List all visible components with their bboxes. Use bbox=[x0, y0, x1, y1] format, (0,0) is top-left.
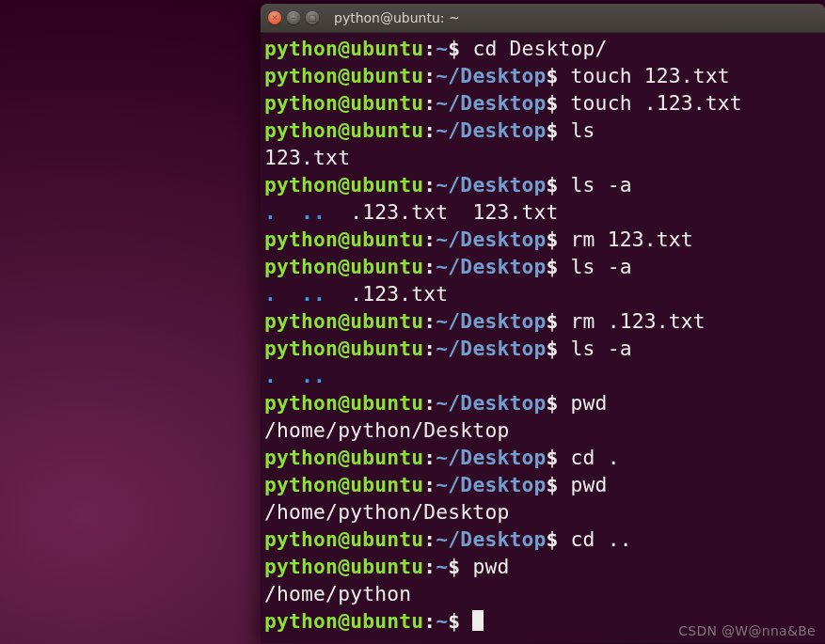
prompt-command: rm 123.txt bbox=[571, 228, 693, 251]
terminal-prompt-line: python@ubuntu:~/Desktop$ ls -a bbox=[264, 171, 821, 198]
desktop-background: ✕ – □ python@ubuntu: ~ python@ubuntu:~$ … bbox=[0, 0, 825, 644]
prompt-dollar: $ bbox=[547, 309, 571, 333]
prompt-user-host: python@ubuntu bbox=[264, 255, 423, 278]
terminal-ls-output: . .. .123.txt bbox=[264, 280, 821, 307]
prompt-command: ls -a bbox=[571, 255, 632, 278]
window-titlebar[interactable]: ✕ – □ python@ubuntu: ~ bbox=[261, 4, 825, 33]
prompt-colon: : bbox=[423, 527, 436, 551]
prompt-user-host: python@ubuntu bbox=[264, 228, 423, 251]
prompt-path: ~/Desktop bbox=[436, 309, 546, 333]
terminal-prompt-line: python@ubuntu:~/Desktop$ ls -a bbox=[264, 253, 821, 280]
prompt-user-host: python@ubuntu bbox=[264, 337, 423, 360]
prompt-dollar: $ bbox=[547, 64, 571, 87]
prompt-dollar: $ bbox=[547, 527, 571, 551]
prompt-dollar: $ bbox=[547, 228, 571, 251]
prompt-dollar: $ bbox=[448, 555, 472, 578]
prompt-dollar: $ bbox=[547, 255, 571, 278]
prompt-user-host: python@ubuntu bbox=[264, 37, 423, 60]
prompt-user-host: python@ubuntu bbox=[264, 173, 423, 196]
prompt-colon: : bbox=[423, 446, 436, 469]
prompt-user-host: python@ubuntu bbox=[264, 527, 423, 551]
prompt-colon: : bbox=[423, 64, 436, 87]
terminal-prompt-line: python@ubuntu:~/Desktop$ touch 123.txt bbox=[264, 62, 821, 89]
terminal-window: ✕ – □ python@ubuntu: ~ python@ubuntu:~$ … bbox=[261, 4, 825, 643]
prompt-dollar: $ bbox=[547, 118, 571, 142]
prompt-path: ~ bbox=[436, 555, 448, 578]
prompt-path: ~/Desktop bbox=[436, 446, 546, 469]
prompt-dollar: $ bbox=[547, 91, 571, 115]
file-entry: 123.txt bbox=[472, 200, 558, 224]
prompt-dollar: $ bbox=[547, 173, 571, 196]
directory-entry: . bbox=[264, 200, 277, 224]
prompt-dollar: $ bbox=[448, 609, 472, 633]
prompt-path: ~/Desktop bbox=[436, 173, 546, 196]
prompt-user-host: python@ubuntu bbox=[264, 446, 423, 469]
prompt-dollar: $ bbox=[547, 337, 571, 360]
prompt-command: pwd bbox=[571, 391, 608, 415]
prompt-command: cd .. bbox=[571, 527, 632, 551]
prompt-colon: : bbox=[423, 473, 436, 496]
prompt-path: ~/Desktop bbox=[436, 228, 546, 251]
prompt-command: cd . bbox=[571, 446, 620, 469]
prompt-command: ls -a bbox=[571, 337, 632, 360]
prompt-colon: : bbox=[423, 391, 436, 415]
terminal-prompt-line: python@ubuntu:~/Desktop$ rm .123.txt bbox=[264, 307, 821, 335]
window-minimize-button[interactable]: – bbox=[287, 11, 300, 24]
prompt-command: pwd bbox=[472, 555, 509, 578]
prompt-colon: : bbox=[423, 118, 436, 142]
prompt-colon: : bbox=[423, 609, 436, 633]
prompt-dollar: $ bbox=[547, 391, 571, 415]
prompt-colon: : bbox=[423, 91, 436, 115]
window-title: python@ubuntu: ~ bbox=[334, 10, 460, 25]
prompt-path: ~/Desktop bbox=[436, 255, 546, 278]
prompt-command: pwd bbox=[571, 473, 608, 496]
prompt-path: ~/Desktop bbox=[436, 118, 546, 142]
prompt-user-host: python@ubuntu bbox=[264, 473, 423, 496]
terminal-output-line: 123.txt bbox=[264, 144, 821, 171]
prompt-colon: : bbox=[423, 337, 436, 360]
prompt-command: ls bbox=[571, 118, 595, 142]
prompt-command: rm .123.txt bbox=[571, 309, 706, 333]
prompt-dollar: $ bbox=[547, 473, 571, 496]
terminal-prompt-line: python@ubuntu:~/Desktop$ pwd bbox=[264, 471, 821, 498]
terminal-prompt-line: python@ubuntu:~$ cd Desktop/ bbox=[264, 35, 821, 62]
prompt-path: ~/Desktop bbox=[436, 64, 546, 87]
prompt-user-host: python@ubuntu bbox=[264, 309, 423, 333]
prompt-colon: : bbox=[423, 255, 436, 278]
prompt-dollar: $ bbox=[448, 37, 472, 60]
terminal-prompt-line: python@ubuntu:~/Desktop$ ls bbox=[264, 117, 821, 144]
directory-entry: .. bbox=[301, 200, 325, 224]
window-close-button[interactable]: ✕ bbox=[268, 11, 281, 24]
prompt-path: ~ bbox=[436, 609, 448, 633]
terminal-prompt-current[interactable]: python@ubuntu:~$ bbox=[264, 607, 821, 635]
prompt-path: ~/Desktop bbox=[436, 473, 546, 496]
terminal-output-line: /home/python/Desktop bbox=[264, 416, 821, 444]
window-maximize-button[interactable]: □ bbox=[306, 11, 319, 24]
prompt-command: touch 123.txt bbox=[571, 64, 730, 87]
directory-entry: .. bbox=[301, 364, 325, 387]
prompt-user-host: python@ubuntu bbox=[264, 91, 423, 115]
prompt-path: ~/Desktop bbox=[436, 337, 546, 360]
prompt-user-host: python@ubuntu bbox=[264, 118, 423, 142]
terminal-output-line: /home/python/Desktop bbox=[264, 498, 821, 526]
prompt-command: cd Desktop/ bbox=[472, 37, 607, 60]
directory-entry: .. bbox=[301, 282, 325, 306]
directory-entry: . bbox=[264, 364, 277, 387]
terminal-ls-output: . .. .123.txt 123.txt bbox=[264, 198, 821, 226]
prompt-user-host: python@ubuntu bbox=[264, 391, 423, 415]
prompt-path: ~/Desktop bbox=[436, 527, 546, 551]
terminal-body[interactable]: python@ubuntu:~$ cd Desktop/python@ubunt… bbox=[261, 33, 825, 638]
terminal-prompt-line: python@ubuntu:~/Desktop$ touch .123.txt bbox=[264, 89, 821, 117]
prompt-colon: : bbox=[423, 37, 436, 60]
prompt-colon: : bbox=[423, 309, 436, 333]
prompt-user-host: python@ubuntu bbox=[264, 64, 423, 87]
prompt-user-host: python@ubuntu bbox=[264, 609, 423, 633]
prompt-path: ~/Desktop bbox=[436, 391, 546, 415]
terminal-prompt-line: python@ubuntu:~$ pwd bbox=[264, 553, 821, 580]
terminal-ls-output: . .. bbox=[264, 362, 821, 389]
terminal-prompt-line: python@ubuntu:~/Desktop$ pwd bbox=[264, 389, 821, 416]
prompt-command: touch .123.txt bbox=[571, 91, 742, 115]
prompt-user-host: python@ubuntu bbox=[264, 555, 423, 578]
prompt-colon: : bbox=[423, 555, 436, 578]
terminal-prompt-line: python@ubuntu:~/Desktop$ ls -a bbox=[264, 335, 821, 362]
